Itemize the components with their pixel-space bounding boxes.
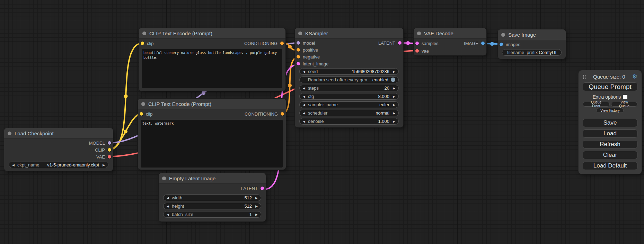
- decrement-arrow-icon[interactable]: ◀: [167, 213, 169, 216]
- collapse-dot-icon[interactable]: [142, 31, 146, 35]
- increment-arrow-icon[interactable]: ▶: [255, 196, 258, 200]
- view-history-button[interactable]: View History: [597, 108, 623, 113]
- widget-random-seed-toggle[interactable]: Random seed after every gen enabled: [299, 76, 399, 83]
- widget-steps[interactable]: ◀ steps 20 ▶: [299, 85, 399, 91]
- decrement-arrow-icon[interactable]: ◀: [12, 163, 15, 167]
- increment-arrow-icon[interactable]: ▶: [255, 205, 258, 208]
- node-save-image[interactable]: Save Image images filename_prefix ComfyU…: [498, 29, 566, 59]
- settings-gear-icon[interactable]: ⚙: [632, 74, 637, 80]
- output-port-conditioning[interactable]: CONDITIONING: [245, 111, 284, 117]
- output-port-conditioning[interactable]: CONDITIONING: [244, 41, 284, 46]
- collapse-dot-icon[interactable]: [141, 102, 145, 106]
- input-port-positive[interactable]: positive: [297, 47, 318, 53]
- input-port-images[interactable]: images: [500, 42, 520, 47]
- decrement-arrow-icon[interactable]: ◀: [167, 196, 169, 200]
- widget-seed[interactable]: ◀ seed 156680208700286 ▶: [299, 68, 399, 75]
- widget-cfg[interactable]: ◀ cfg 8.000 ▶: [299, 93, 399, 100]
- input-port-latent-image[interactable]: latent_image: [297, 61, 328, 66]
- decrement-arrow-icon[interactable]: ◀: [303, 120, 305, 123]
- output-port-clip[interactable]: CLIP: [95, 147, 111, 153]
- queue-prompt-button[interactable]: Queue Prompt: [583, 82, 637, 91]
- increment-arrow-icon[interactable]: ▶: [393, 103, 395, 107]
- save-button[interactable]: Save: [583, 119, 637, 127]
- decrement-arrow-icon[interactable]: ◀: [303, 95, 305, 98]
- output-port-model[interactable]: MODEL: [89, 141, 111, 146]
- increment-arrow-icon[interactable]: ▶: [393, 87, 395, 90]
- widget-ckpt-name[interactable]: ◀ ckpt_name v1-5-pruned-emaonly.ckpt ▶: [9, 162, 108, 168]
- refresh-button[interactable]: Refresh: [583, 140, 637, 148]
- port-dot-icon[interactable]: [398, 41, 402, 45]
- widget-denoise[interactable]: ◀ denoise 1.000 ▶: [299, 118, 399, 125]
- input-port-clip[interactable]: clip: [140, 111, 153, 117]
- collapse-dot-icon[interactable]: [417, 31, 421, 35]
- increment-arrow-icon[interactable]: ▶: [393, 70, 395, 73]
- port-dot-icon[interactable]: [297, 62, 300, 65]
- decrement-arrow-icon[interactable]: ◀: [303, 87, 305, 90]
- toggle-dot-icon[interactable]: [391, 78, 395, 82]
- widget-width[interactable]: ◀ width 512 ▶: [163, 195, 261, 201]
- decrement-arrow-icon[interactable]: ◀: [303, 103, 305, 107]
- decrement-arrow-icon[interactable]: ◀: [167, 205, 169, 208]
- input-port-model[interactable]: model: [297, 40, 315, 46]
- increment-arrow-icon[interactable]: ▶: [103, 163, 105, 167]
- increment-arrow-icon[interactable]: ▶: [255, 213, 258, 216]
- node-title-bar[interactable]: Load Checkpoint: [4, 128, 113, 138]
- input-port-clip[interactable]: clip: [141, 41, 154, 46]
- widget-filename-prefix[interactable]: filename_prefix ComfyUI: [502, 49, 562, 56]
- output-port-latent[interactable]: LATENT: [241, 186, 264, 191]
- input-port-samples[interactable]: samples: [415, 41, 438, 46]
- decrement-arrow-icon[interactable]: ◀: [303, 70, 305, 73]
- port-dot-icon[interactable]: [297, 41, 300, 45]
- collapse-dot-icon[interactable]: [162, 177, 166, 180]
- extra-options-checkbox[interactable]: [623, 95, 627, 99]
- node-title-bar[interactable]: KSampler: [295, 28, 403, 38]
- port-dot-icon[interactable]: [108, 141, 111, 145]
- positive-prompt-textarea[interactable]: beautiful scenery nature glass bottle la…: [142, 49, 282, 88]
- input-port-negative[interactable]: negative: [297, 54, 320, 60]
- widget-height[interactable]: ◀ height 512 ▶: [163, 203, 261, 209]
- port-dot-icon[interactable]: [140, 112, 143, 116]
- output-port-vae[interactable]: VAE: [96, 154, 111, 160]
- node-load-checkpoint[interactable]: Load Checkpoint MODEL CLIP VAE ◀ ckpt_na…: [4, 128, 113, 171]
- node-vae-decode[interactable]: VAE Decode samples IMAGE vae: [414, 28, 486, 55]
- port-dot-icon[interactable]: [108, 148, 111, 152]
- load-default-button[interactable]: Load Default: [583, 162, 637, 170]
- node-ksampler[interactable]: KSampler model LATENT positive negative …: [295, 28, 403, 127]
- port-dot-icon[interactable]: [261, 187, 264, 190]
- port-dot-icon[interactable]: [297, 48, 300, 52]
- node-title-bar[interactable]: CLIP Text Encode (Prompt): [139, 28, 285, 38]
- widget-scheduler[interactable]: ◀ scheduler normal ▶: [299, 110, 399, 116]
- decrement-arrow-icon[interactable]: ◀: [303, 111, 305, 115]
- node-title-bar[interactable]: Empty Latent Image: [159, 173, 266, 183]
- port-dot-icon[interactable]: [281, 112, 284, 116]
- port-dot-icon[interactable]: [141, 42, 144, 45]
- increment-arrow-icon[interactable]: ▶: [393, 120, 395, 123]
- increment-arrow-icon[interactable]: ▶: [393, 111, 395, 115]
- clear-button[interactable]: Clear: [583, 151, 637, 159]
- node-title-bar[interactable]: Save Image: [498, 29, 566, 40]
- node-clip-text-encode-positive[interactable]: CLIP Text Encode (Prompt) clip CONDITION…: [139, 28, 285, 91]
- collapse-dot-icon[interactable]: [298, 31, 302, 35]
- port-dot-icon[interactable]: [481, 42, 485, 45]
- input-port-vae[interactable]: vae: [415, 48, 429, 54]
- port-dot-icon[interactable]: [415, 42, 419, 45]
- node-clip-text-encode-negative[interactable]: CLIP Text Encode (Prompt) clip CONDITION…: [138, 99, 286, 170]
- widget-batch-size[interactable]: ◀ batch_size 1 ▶: [163, 211, 261, 218]
- port-dot-icon[interactable]: [280, 42, 284, 45]
- widget-sampler-name[interactable]: ◀ sampler_name euler ▶: [299, 101, 399, 108]
- queue-front-button[interactable]: Queue Front: [583, 102, 610, 107]
- drag-handle-icon[interactable]: [583, 74, 586, 79]
- port-dot-icon[interactable]: [500, 43, 503, 46]
- node-title-bar[interactable]: VAE Decode: [414, 28, 486, 38]
- output-port-image[interactable]: IMAGE: [464, 41, 485, 46]
- output-port-latent[interactable]: LATENT: [378, 40, 402, 46]
- port-dot-icon[interactable]: [108, 155, 111, 159]
- negative-prompt-textarea[interactable]: text, watermark: [141, 120, 283, 168]
- port-dot-icon[interactable]: [415, 49, 419, 53]
- increment-arrow-icon[interactable]: ▶: [393, 95, 395, 98]
- node-title-bar[interactable]: CLIP Text Encode (Prompt): [138, 99, 286, 109]
- node-empty-latent-image[interactable]: Empty Latent Image LATENT ◀ width 512 ▶ …: [159, 173, 266, 222]
- collapse-dot-icon[interactable]: [501, 33, 505, 37]
- load-button[interactable]: Load: [583, 129, 637, 138]
- port-dot-icon[interactable]: [297, 55, 300, 58]
